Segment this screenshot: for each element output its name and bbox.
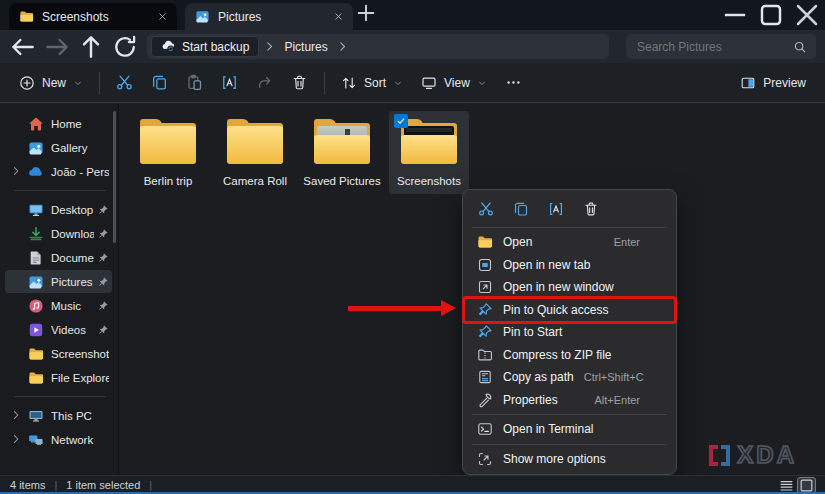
items-count: 4 items (10, 479, 45, 491)
folder-icon (224, 118, 286, 170)
back-button[interactable] (9, 34, 37, 60)
cloud-sync-icon (161, 39, 176, 54)
chevron-right-icon[interactable] (10, 165, 22, 177)
new-button[interactable]: New (10, 69, 92, 97)
sidebar-item-documents[interactable]: Documents (5, 246, 112, 269)
close-button[interactable] (789, 0, 825, 29)
context-cut-button[interactable] (471, 196, 501, 222)
home-icon (28, 116, 44, 132)
up-button[interactable] (77, 34, 105, 60)
context-delete-button[interactable] (576, 196, 606, 222)
sidebar-item-file-explorer-gui[interactable]: File Explorer gui (5, 366, 112, 389)
annotation-arrow-shaft (348, 306, 441, 311)
sidebar-item-screenshots[interactable]: Screenshots (5, 342, 112, 365)
new-tab-button[interactable] (353, 0, 379, 26)
paste-icon (186, 74, 203, 91)
sidebar-item-label: Screenshots (51, 348, 109, 360)
xda-watermark-text: XDA (737, 443, 797, 467)
pin-side-icon (97, 324, 109, 336)
menu-item-open-in-new-tab[interactable]: Open in new tab (468, 254, 671, 277)
delete-icon (583, 201, 599, 217)
minimize-button[interactable] (717, 0, 753, 29)
sidebar-item-desktop[interactable]: Desktop (5, 198, 112, 221)
sidebar-item-label: File Explorer gui (51, 372, 109, 384)
sort-button[interactable]: Sort (332, 69, 412, 97)
maximize-icon (753, 0, 789, 33)
folder-name: Saved Pictures (302, 175, 382, 187)
copy-button[interactable] (142, 68, 177, 98)
sidebar-item-this-pc[interactable]: This PC (5, 404, 112, 427)
folder-tile-berlin-trip[interactable]: Berlin trip (128, 111, 208, 194)
sidebar-scrollbar[interactable] (113, 111, 116, 243)
menu-item-pin-to-start[interactable]: Pin to Start (468, 321, 671, 344)
menu-item-compress-to-zip-file[interactable]: Compress to ZIP file (468, 344, 671, 367)
view-button-label: View (444, 76, 470, 90)
tab-pictures[interactable]: Pictures (185, 3, 353, 30)
sidebar-item-network[interactable]: Network (5, 428, 112, 451)
preview-button[interactable]: Preview (731, 69, 815, 97)
folder-name: Berlin trip (128, 175, 208, 187)
folder-tile-screenshots[interactable]: Screenshots (389, 111, 469, 194)
folder-grid: Berlin trip Camera Roll Saved Pictures S… (128, 111, 469, 194)
selection-checkbox[interactable] (394, 114, 408, 128)
folder-name: Camera Roll (215, 175, 295, 187)
pin-side-icon (97, 228, 109, 240)
chevron-right-icon[interactable] (10, 409, 22, 421)
menu-item-show-more-options[interactable]: Show more options (468, 448, 671, 471)
folder-icon (28, 370, 44, 386)
properties-icon (477, 392, 493, 408)
context-copy-button[interactable] (506, 196, 536, 222)
tab-screenshots[interactable]: Screenshots (9, 3, 177, 30)
context-menu: Open Enter Open in new tab Open in new w… (462, 189, 677, 475)
more-options-button[interactable] (496, 68, 531, 98)
onedrive-icon (28, 164, 44, 180)
cut-button[interactable] (107, 68, 142, 98)
sidebar-item-downloads[interactable]: Downloads (5, 222, 112, 245)
menu-shortcut: Enter (614, 236, 662, 248)
back-icon (9, 33, 37, 61)
menu-item-open[interactable]: Open Enter (468, 231, 671, 254)
search-input[interactable] (635, 39, 793, 55)
sidebar-item-home[interactable]: Home (5, 112, 112, 135)
cut-icon (478, 201, 494, 217)
menu-item-open-in-new-window[interactable]: Open in new window (468, 276, 671, 299)
sidebar-item-label: Documents (51, 252, 94, 264)
sidebar-item-gallery[interactable]: Gallery (5, 136, 112, 159)
sidebar-item-videos[interactable]: Videos (5, 318, 112, 341)
details-view-button[interactable] (778, 478, 795, 493)
menu-shortcut: Ctrl+Shift+C (584, 371, 666, 383)
view-button[interactable]: View (412, 69, 496, 97)
folder-tile-camera-roll[interactable]: Camera Roll (215, 111, 295, 194)
start-backup-button[interactable]: Start backup (151, 36, 259, 57)
sidebar-item-jo-o-personal[interactable]: João - Personal (5, 160, 112, 183)
search-box[interactable] (626, 34, 816, 59)
folder-tile-saved-pictures[interactable]: Saved Pictures (302, 111, 382, 194)
menu-item-pin-to-quick-access[interactable]: Pin to Quick access (468, 299, 671, 322)
chevron-right-icon[interactable] (10, 433, 22, 445)
folder-name: Screenshots (389, 175, 469, 187)
pin-side-icon (97, 204, 109, 216)
sidebar-item-pictures[interactable]: Pictures (5, 270, 112, 293)
large-icons-view-button[interactable] (798, 478, 815, 493)
sidebar-item-label: Network (51, 434, 109, 446)
maximize-button[interactable] (753, 0, 789, 29)
tab-close-icon[interactable] (153, 8, 171, 26)
delete-button[interactable] (282, 68, 317, 98)
sidebar-item-music[interactable]: Music (5, 294, 112, 317)
address-bar[interactable]: Start backup Pictures (147, 34, 609, 59)
rename-button[interactable] (212, 68, 247, 98)
menu-item-properties[interactable]: Properties Alt+Enter (468, 389, 671, 412)
desktop-icon (28, 202, 44, 218)
folder-front (140, 126, 196, 164)
minimize-icon (717, 0, 753, 33)
context-rename-button[interactable] (541, 196, 571, 222)
tab-close-icon[interactable] (329, 8, 347, 26)
rename-icon (548, 201, 564, 217)
chevron-right-icon[interactable] (336, 40, 349, 53)
menu-item-copy-as-path[interactable]: Copy as path Ctrl+Shift+C (468, 366, 671, 389)
gallery-icon (28, 140, 44, 156)
breadcrumb-location[interactable]: Pictures (280, 40, 331, 54)
refresh-button[interactable] (111, 34, 139, 60)
menu-item-open-in-terminal[interactable]: Open in Terminal (468, 418, 671, 441)
copy-path-icon (477, 369, 493, 385)
